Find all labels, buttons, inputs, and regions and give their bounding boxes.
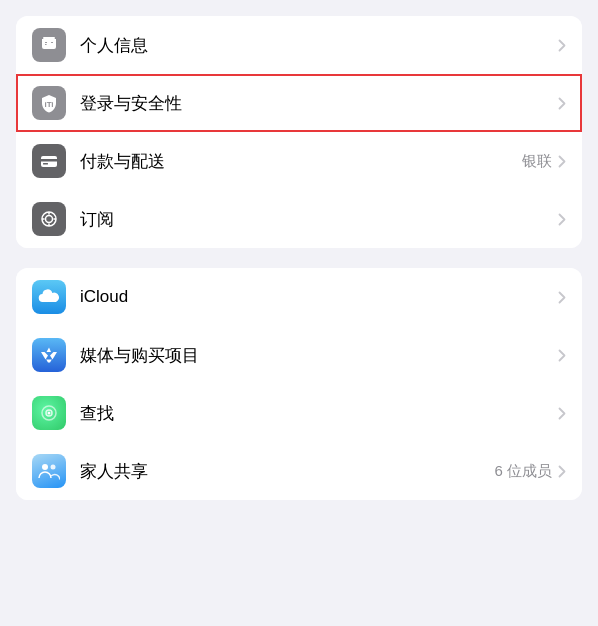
chevron-icon bbox=[558, 465, 566, 478]
payment-item[interactable]: 付款与配送 银联 bbox=[16, 132, 582, 190]
family-item[interactable]: 家人共享 6 位成员 bbox=[16, 442, 582, 500]
media-purchase-item[interactable]: 媒体与购买项目 bbox=[16, 326, 582, 384]
personal-info-item[interactable]: 个人信息 bbox=[16, 16, 582, 74]
appstore-icon bbox=[32, 338, 66, 372]
card-icon bbox=[32, 144, 66, 178]
icloud-icon bbox=[32, 280, 66, 314]
svg-rect-7 bbox=[41, 159, 57, 162]
chevron-icon bbox=[558, 407, 566, 420]
family-icon bbox=[32, 454, 66, 488]
family-label: 家人共享 bbox=[80, 460, 494, 483]
chevron-icon bbox=[558, 97, 566, 110]
personal-section: 个人信息 iTi 登录与安全性 bbox=[16, 16, 582, 248]
login-security-label: 登录与安全性 bbox=[80, 92, 558, 115]
chevron-icon bbox=[558, 291, 566, 304]
subscription-item[interactable]: 订阅 bbox=[16, 190, 582, 248]
svg-point-19 bbox=[51, 465, 56, 470]
payment-label: 付款与配送 bbox=[80, 150, 522, 173]
chevron-icon bbox=[558, 39, 566, 52]
subscription-label: 订阅 bbox=[80, 208, 558, 231]
media-purchase-label: 媒体与购买项目 bbox=[80, 344, 558, 367]
svg-text:iTi: iTi bbox=[44, 100, 53, 109]
person-icon bbox=[32, 28, 66, 62]
svg-point-4 bbox=[47, 39, 52, 44]
subscription-icon bbox=[32, 202, 66, 236]
payment-detail: 银联 bbox=[522, 152, 552, 171]
svg-point-10 bbox=[46, 216, 53, 223]
find-icon bbox=[32, 396, 66, 430]
chevron-icon bbox=[558, 349, 566, 362]
chevron-icon bbox=[558, 155, 566, 168]
personal-info-label: 个人信息 bbox=[80, 34, 558, 57]
icloud-item[interactable]: iCloud bbox=[16, 268, 582, 326]
svg-point-18 bbox=[42, 464, 48, 470]
svg-rect-8 bbox=[43, 163, 48, 165]
find-label: 查找 bbox=[80, 402, 558, 425]
family-detail: 6 位成员 bbox=[494, 462, 552, 481]
shield-icon: iTi bbox=[32, 86, 66, 120]
settings-list: 个人信息 iTi 登录与安全性 bbox=[0, 0, 598, 516]
services-section: iCloud 媒体与购买项目 bbox=[16, 268, 582, 500]
chevron-icon bbox=[558, 213, 566, 226]
login-security-item[interactable]: iTi 登录与安全性 bbox=[16, 74, 582, 132]
icloud-label: iCloud bbox=[80, 287, 558, 307]
svg-point-17 bbox=[48, 412, 51, 415]
find-item[interactable]: 查找 bbox=[16, 384, 582, 442]
